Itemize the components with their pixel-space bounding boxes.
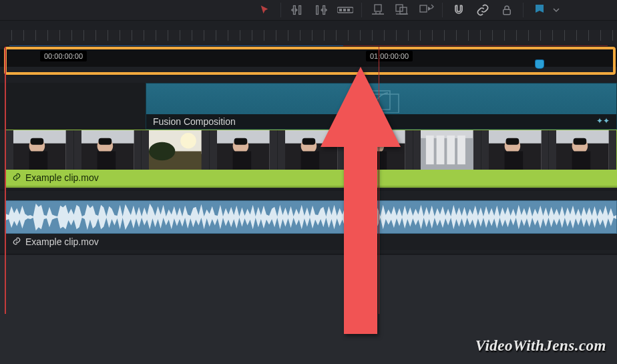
svg-rect-59: [574, 138, 587, 145]
timecode-label: 01:00:00:00: [366, 51, 413, 61]
thumbnail: [142, 130, 209, 170]
watermark: VideoWithJens.com: [475, 337, 606, 355]
svg-rect-43: [370, 138, 383, 145]
fusion-clip-label: Fusion Composition: [153, 116, 236, 127]
svg-rect-3: [323, 6, 325, 15]
audio-clip-label-bar[interactable]: Example clip.mov: [5, 234, 617, 250]
svg-rect-47: [437, 136, 445, 164]
timecode-label: 00:00:00:00: [40, 51, 87, 61]
trim-out-tool[interactable]: [309, 0, 333, 20]
video-clip-label: Example clip.mov: [25, 172, 99, 183]
razor-tool[interactable]: [333, 0, 357, 20]
divider: [280, 3, 281, 17]
svg-rect-7: [347, 9, 350, 11]
playhead[interactable]: [379, 47, 379, 314]
svg-rect-18: [29, 151, 48, 170]
svg-rect-54: [505, 138, 519, 145]
timeline-marker[interactable]: [536, 60, 544, 68]
link-icon: [12, 236, 21, 248]
fusion-clip[interactable]: Fusion Composition ✦✦: [146, 83, 617, 130]
thumbnail: [6, 130, 73, 170]
link-toggle[interactable]: [471, 0, 495, 20]
insert-tool[interactable]: [414, 0, 438, 20]
in-out-bar[interactable]: [9, 45, 343, 46]
snap-toggle[interactable]: [447, 0, 471, 20]
svg-rect-9: [396, 5, 403, 11]
svg-rect-48: [447, 136, 455, 164]
range-track[interactable]: [0, 49, 617, 67]
thumbnail: [278, 130, 345, 170]
svg-point-27: [181, 133, 197, 149]
svg-rect-46: [426, 136, 434, 164]
thumbnail: [74, 130, 142, 170]
thumbnail: [210, 130, 277, 170]
svg-rect-11: [420, 5, 427, 12]
svg-rect-14: [372, 94, 399, 113]
selection-tool[interactable]: [252, 0, 276, 20]
audio-clip[interactable]: [5, 200, 617, 234]
svg-rect-33: [234, 138, 248, 145]
video-clip-label-bar[interactable]: Example clip.mov: [5, 170, 617, 186]
video-clip[interactable]: [5, 130, 617, 170]
svg-rect-37: [300, 151, 319, 170]
svg-rect-0: [294, 6, 296, 15]
svg-rect-32: [233, 151, 252, 170]
svg-rect-53: [504, 151, 523, 170]
toolbar: [0, 0, 617, 21]
svg-rect-38: [302, 138, 315, 145]
svg-point-28: [149, 142, 175, 161]
svg-rect-12: [503, 9, 511, 15]
svg-rect-42: [369, 151, 387, 170]
fusion-track[interactable]: Fusion Composition ✦✦: [0, 83, 617, 130]
svg-rect-49: [457, 136, 465, 164]
svg-rect-23: [97, 151, 116, 170]
effects-icon: ✦✦: [596, 116, 610, 127]
svg-rect-8: [375, 5, 381, 11]
divider: [442, 3, 443, 17]
video-track[interactable]: Example clip.mov: [0, 130, 617, 190]
svg-rect-5: [339, 9, 342, 11]
position-lock-tool[interactable]: [366, 0, 390, 20]
flag-dropdown[interactable]: [552, 0, 561, 20]
replace-tool[interactable]: [390, 0, 414, 20]
fusion-curve-icon: [363, 90, 400, 116]
svg-rect-1: [299, 6, 301, 15]
svg-rect-10: [400, 7, 407, 14]
audio-track[interactable]: Example clip.mov: [0, 200, 617, 254]
audio-clip-label: Example clip.mov: [25, 236, 99, 247]
thumbnail: [549, 130, 616, 170]
svg-rect-6: [343, 9, 346, 11]
trim-in-tool[interactable]: [285, 0, 309, 20]
svg-rect-24: [98, 138, 112, 145]
divider: [361, 3, 362, 17]
divider: [523, 3, 524, 17]
thumbnail: [481, 130, 549, 170]
svg-rect-19: [31, 138, 44, 145]
lock-toggle[interactable]: [495, 0, 519, 20]
timeline-ruler[interactable]: [0, 30, 617, 46]
thumbnail: [413, 130, 481, 170]
svg-rect-2: [317, 6, 319, 15]
flag-marker[interactable]: [528, 0, 552, 20]
link-icon: [12, 172, 21, 184]
svg-rect-58: [572, 151, 591, 170]
start-marker-line: [5, 47, 6, 314]
